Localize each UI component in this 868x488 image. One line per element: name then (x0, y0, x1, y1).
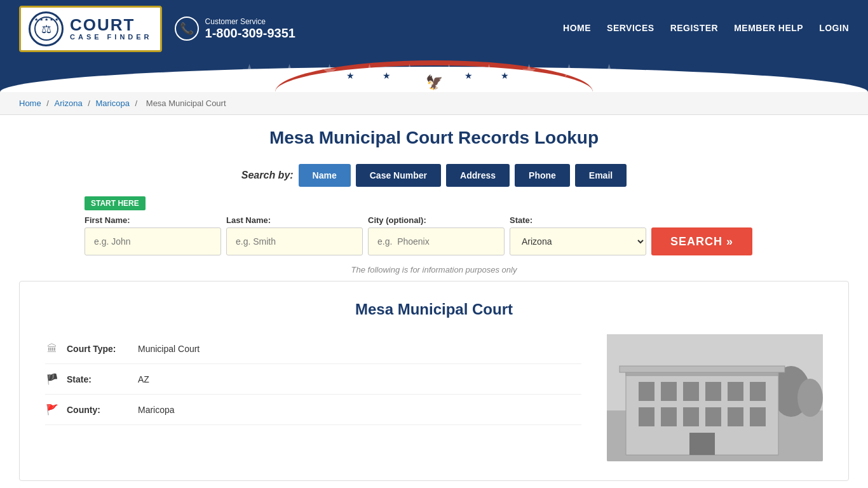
county-key: County: (67, 405, 130, 415)
svg-text:⚖: ⚖ (41, 23, 51, 36)
state-key: State: (67, 374, 130, 384)
logo-subtitle: CASE FINDER (70, 33, 153, 41)
svg-rect-12 (728, 382, 743, 401)
svg-rect-16 (683, 407, 699, 426)
court-info-section: Mesa Municipal Court 🏛 Court Type: Munic… (19, 281, 849, 481)
svg-point-6 (797, 379, 823, 417)
state-group: State: Arizona California Texas New York (510, 215, 646, 255)
svg-rect-10 (683, 382, 699, 401)
tab-phone[interactable]: Phone (515, 164, 570, 187)
breadcrumb: Home / Arizona / Maricopa / Mesa Municip… (0, 92, 868, 115)
court-info-body: 🏛 Court Type: Municipal Court 🏴 State: A… (45, 334, 823, 461)
breadcrumb-current: Mesa Municipal Court (146, 98, 226, 108)
banner-wave: ★ ★ ★ ★ ★ ★ ★ ★ ★ ★ 🦅 ★ ★ ★ ★ (0, 57, 868, 92)
nav-register[interactable]: REGISTER (670, 23, 719, 34)
svg-rect-13 (750, 382, 766, 401)
page-title: Mesa Municipal Court Records Lookup (19, 128, 849, 148)
court-details: 🏛 Court Type: Municipal Court 🏴 State: A… (45, 334, 581, 461)
state-label: State: (510, 215, 646, 225)
tab-email[interactable]: Email (575, 164, 627, 187)
search-button[interactable]: SEARCH » (651, 227, 752, 255)
svg-rect-20 (689, 433, 715, 455)
court-type-value: Municipal Court (138, 344, 200, 354)
svg-rect-9 (661, 382, 677, 401)
first-name-group: First Name: (85, 215, 221, 255)
city-input[interactable] (368, 227, 505, 255)
tab-name[interactable]: Name (299, 164, 351, 187)
svg-text:★ ★ ★ ★ ★: ★ ★ ★ ★ ★ (34, 17, 58, 22)
form-fields: First Name: Last Name: City (optional): … (85, 215, 783, 255)
phone-label: Customer Service (205, 17, 295, 26)
search-by-label: Search by: (241, 170, 294, 181)
phone-number[interactable]: 1-800-309-9351 (205, 26, 295, 41)
search-form-container: START HERE First Name: Last Name: City (… (85, 196, 783, 255)
logo-title: COURT (70, 17, 135, 33)
disclaimer: The following is for information purpose… (19, 265, 849, 274)
svg-rect-17 (705, 407, 721, 426)
last-name-input[interactable] (226, 227, 363, 255)
nav-services[interactable]: SERVICES (607, 23, 654, 34)
start-here-badge: START HERE (85, 196, 146, 210)
logo-emblem: ⚖ ★ ★ ★ ★ ★ (29, 11, 64, 46)
svg-rect-8 (639, 382, 654, 401)
logo[interactable]: ⚖ ★ ★ ★ ★ ★ COURT CASE FINDER (19, 6, 162, 52)
first-name-label: First Name: (85, 215, 221, 225)
city-label: City (optional): (368, 215, 505, 225)
info-row-state: 🏴 State: AZ (45, 364, 581, 395)
court-type-icon: 🏛 (45, 343, 59, 355)
breadcrumb-home[interactable]: Home (19, 98, 41, 108)
state-value: AZ (138, 374, 149, 384)
court-info-title: Mesa Municipal Court (45, 301, 823, 318)
state-icon: 🏴 (45, 373, 59, 385)
tab-address[interactable]: Address (446, 164, 510, 187)
state-select[interactable]: Arizona California Texas New York (510, 227, 646, 255)
last-name-group: Last Name: (226, 215, 363, 255)
search-tabs-row: Search by: Name Case Number Address Phon… (19, 164, 849, 187)
tab-case-number[interactable]: Case Number (356, 164, 441, 187)
last-name-label: Last Name: (226, 215, 363, 225)
svg-rect-22 (620, 366, 785, 372)
county-icon: 🚩 (45, 403, 59, 416)
svg-rect-14 (639, 407, 654, 426)
info-row-court-type: 🏛 Court Type: Municipal Court (45, 334, 581, 364)
main-content: Mesa Municipal Court Records Lookup Sear… (0, 115, 868, 488)
phone-icon: 📞 (175, 17, 199, 41)
nav-member-help[interactable]: MEMBER HELP (734, 23, 803, 34)
svg-rect-18 (728, 407, 743, 426)
svg-rect-11 (705, 382, 721, 401)
nav-login[interactable]: LOGIN (819, 23, 849, 34)
court-type-key: Court Type: (67, 344, 130, 354)
county-value: Maricopa (138, 405, 175, 415)
info-row-county: 🚩 County: Maricopa (45, 395, 581, 425)
breadcrumb-maricopa[interactable]: Maricopa (95, 98, 129, 108)
svg-rect-19 (750, 407, 766, 426)
main-nav: HOME SERVICES REGISTER MEMBER HELP LOGIN (563, 23, 849, 34)
first-name-input[interactable] (85, 227, 221, 255)
svg-rect-15 (661, 407, 677, 426)
nav-home[interactable]: HOME (563, 23, 591, 34)
phone-box: 📞 Customer Service 1-800-309-9351 (175, 17, 295, 41)
breadcrumb-arizona[interactable]: Arizona (55, 98, 83, 108)
site-header: ⚖ ★ ★ ★ ★ ★ COURT CASE FINDER 📞 Customer… (0, 0, 868, 57)
banner-stars-bottom: ★ ★ ★ ★ (346, 71, 521, 81)
court-image (607, 334, 823, 461)
city-group: City (optional): (368, 215, 505, 255)
